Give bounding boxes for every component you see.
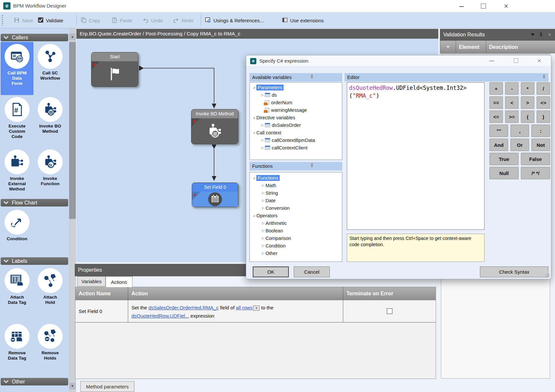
section-header-flow-chart[interactable]: Flow Chart [1,199,68,206]
expression-editor[interactable]: dsQuoteHedRow.UDField<System.Int32> ("RM… [347,82,485,230]
op-lessequal-button[interactable]: <= [489,110,503,123]
op-notequal-button[interactable]: <> [537,96,550,109]
op-openparen-button[interactable]: ( [521,110,534,123]
filter-dropdown-icon[interactable] [440,41,456,53]
op-equals-button[interactable]: == [489,96,503,109]
op-not-button[interactable]: Not [531,139,550,151]
close-button[interactable]: × [502,2,511,10]
collapse-icon[interactable]: ⊿ [252,116,256,119]
tree-item-condition[interactable]: ▷Condition [250,242,342,249]
tree-item-comparison[interactable]: ▷Comparison [250,234,342,242]
expand-icon[interactable]: ▷ [261,251,266,255]
expand-icon[interactable]: ▷ [260,123,265,127]
op-or-button[interactable]: Or [510,139,529,151]
toolbar-grip[interactable] [2,15,3,26]
op-colon-button[interactable]: : [531,125,550,137]
op-null-button[interactable]: Null [489,167,519,179]
expand-icon[interactable]: ▷ [261,221,266,225]
collapse-icon[interactable]: ⊿ [252,86,256,89]
pin-icon[interactable] [538,29,544,41]
expression-link[interactable]: dsQuoteHedRow.UDFiel... [131,313,189,319]
pin-icon[interactable] [542,75,546,80]
op-greaterequal-button[interactable]: >= [505,110,519,123]
op-minus-button[interactable]: - [505,82,519,95]
panel-dropdown-icon[interactable] [529,29,536,41]
add-connection-icon[interactable]: + [193,119,196,125]
cancel-button[interactable]: Cancel [294,266,330,277]
expand-icon[interactable]: ▷ [261,184,266,187]
op-greater-button[interactable]: > [521,96,534,109]
collapse-icon[interactable]: ⊿ [252,176,256,180]
tool-remove-data-tag[interactable]: Remove Data Tag [1,322,33,369]
tree-item-warningmessage[interactable]: warningMessage [250,106,342,114]
tree-group-operators[interactable]: ⊿Operators [250,212,342,219]
tool-condition[interactable]: Condition [1,208,33,245]
dialog-minimize-button[interactable] [489,61,494,61]
maximize-button[interactable] [479,2,488,10]
tool-call-bpm-data-form[interactable]: Call BPM Data Form [1,42,33,95]
column-action-name[interactable]: Action Name [75,287,128,300]
tool-execute-custom-code[interactable]: # Execute Custom Code [1,95,33,147]
op-closeparen-button[interactable]: ) [537,110,550,123]
expand-icon[interactable]: ▷ [261,199,266,202]
op-comma-button[interactable]: , [510,125,529,137]
pin-icon[interactable] [310,164,314,169]
scroll-down-icon[interactable]: ▼ [69,383,76,389]
use-extensions-button[interactable]: Use extensions [282,15,324,25]
scrollbar-thumb[interactable] [69,42,76,219]
tree-item-math[interactable]: ▷Math [250,182,342,189]
tree-item-other[interactable]: ▷Other [250,249,342,257]
tree-item-string[interactable]: ▷String [250,189,342,197]
minimize-button[interactable] [457,2,466,10]
expand-icon[interactable]: ▷ [261,191,266,195]
tree-group-call-context[interactable]: ⊿Call context [250,129,342,136]
column-description[interactable]: Description [486,41,555,53]
table-row[interactable]: Set Field 0 Set the dsSalesOrder.OrderHe… [75,300,436,323]
all-rows-dropdown-icon[interactable]: ▼ [253,305,260,311]
section-header-callers[interactable]: Callers [1,34,68,41]
op-false-button[interactable]: False [521,153,550,165]
tree-item-callcontextbpmdata[interactable]: ▷callContextBpmData [250,136,342,144]
expand-icon[interactable]: ▷ [261,206,266,210]
tree-group-directive-variables[interactable]: ⊿Directive variables [250,114,342,121]
resize-grip[interactable] [545,274,550,278]
all-rows-link[interactable]: all rows [236,305,252,310]
tree-item-boolean[interactable]: ▷Boolean [250,227,342,234]
ok-button[interactable]: OK [253,266,289,277]
op-plus-button[interactable]: + [489,82,503,95]
op-divide-button[interactable]: / [537,82,550,95]
functions-tree[interactable]: ⊿Functions ▷Math ▷String ▷Date ▷Conversi… [249,172,342,262]
method-parameters-tab[interactable]: Method parameters [80,381,134,392]
op-quotes-button[interactable]: "" [489,125,508,137]
expand-icon[interactable]: ▷ [261,244,266,247]
op-and-button[interactable]: And [489,139,508,151]
pin-icon[interactable] [310,75,314,80]
section-header-labels[interactable]: Labels [1,257,68,265]
tab-actions[interactable]: Actions [106,276,132,287]
validation-results-header[interactable]: Validation Results × [440,29,555,41]
scroll-up-icon[interactable]: ▲ [69,33,76,40]
tree-group-parameters[interactable]: ⊿Parameters [250,84,342,91]
tool-invoke-function[interactable]: fx Invoke Function [34,147,67,200]
op-comment-button[interactable]: /* */ [521,167,550,179]
terminate-on-error-checkbox[interactable] [387,308,392,314]
collapse-icon[interactable]: ⊿ [252,131,256,134]
undo-button[interactable]: Undo [142,15,163,25]
tree-item-arithmetic[interactable]: ▷Arithmetic [250,219,342,227]
check-syntax-button[interactable]: Check Syntax [480,266,548,277]
tool-attach-hold[interactable]: Attach Hold [34,266,67,314]
copy-button[interactable]: Copy [81,15,100,25]
variables-tree[interactable]: ⊿Parameters ▷ds orderNum warningMessage … [249,82,342,160]
add-connection-icon[interactable]: + [193,192,197,198]
paste-button[interactable]: Paste [111,15,132,25]
validate-button[interactable]: Validate [38,15,63,25]
field-link[interactable]: dsSalesOrder.OrderHed.RMA_c [149,305,219,310]
expand-icon[interactable]: ▷ [261,236,266,240]
column-action[interactable]: Action [128,287,343,300]
op-true-button[interactable]: True [489,153,519,165]
expand-icon[interactable]: ▷ [260,93,265,97]
node-set-field-0[interactable]: Set Field 0 + [192,183,238,207]
tree-item-ordernum[interactable]: orderNum [250,99,342,106]
tree-item-conversion[interactable]: ▷Conversion [250,204,342,212]
dialog-titlebar[interactable]: e Specify C# expression × [246,55,551,67]
